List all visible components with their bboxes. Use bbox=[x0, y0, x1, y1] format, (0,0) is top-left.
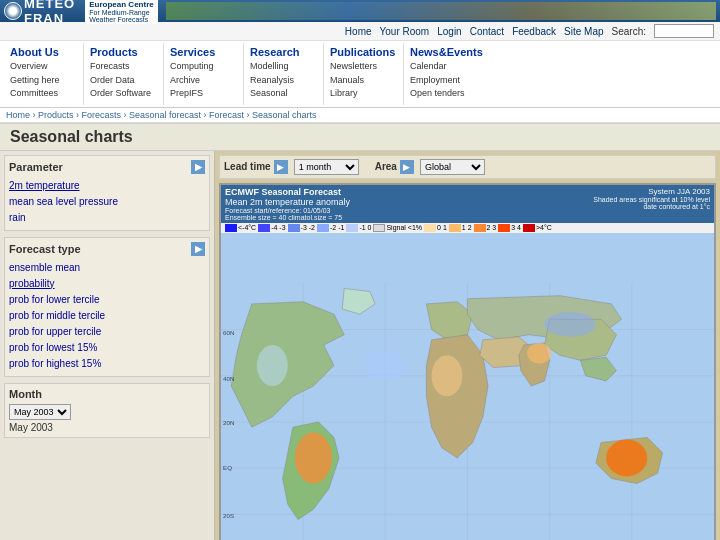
legend-color-3 bbox=[288, 224, 300, 232]
nav-committees[interactable]: Committees bbox=[10, 87, 77, 101]
nav-login[interactable]: Login bbox=[437, 26, 461, 37]
nav-news-events: News&Events Calendar Employment Open ten… bbox=[404, 43, 489, 105]
forecast-type-arrow-icon[interactable]: ▶ bbox=[191, 242, 205, 256]
nav-employment[interactable]: Employment bbox=[410, 74, 483, 88]
legend-label-4: -2 -1 bbox=[330, 224, 344, 231]
ecmwf-logo: European Centre For Medium-Range Weather… bbox=[85, 0, 157, 24]
sidebar: Parameter ▶ 2m temperature mean sea leve… bbox=[0, 151, 215, 541]
nav-feedback[interactable]: Feedback bbox=[512, 26, 556, 37]
legend-label-6: 0 1 bbox=[437, 224, 447, 231]
svg-text:40N: 40N bbox=[223, 374, 234, 381]
nav-home[interactable]: Home bbox=[345, 26, 372, 37]
parameter-arrow-icon[interactable]: ▶ bbox=[191, 160, 205, 174]
parameter-label: Parameter bbox=[9, 161, 63, 173]
world-map: 60N 40N 20N EQ 20S 120W 60W 0 60E 120E bbox=[221, 233, 714, 541]
legend-item-signal: Signal <1% bbox=[373, 224, 422, 232]
page-title-bar: Seasonal charts bbox=[0, 124, 720, 151]
nav-contact[interactable]: Contact bbox=[470, 26, 504, 37]
map-title: ECMWF Seasonal Forecast bbox=[225, 187, 350, 197]
nav-about-us-title[interactable]: About Us bbox=[10, 43, 77, 60]
area-select[interactable]: Global bbox=[420, 159, 485, 175]
nav-top: Home Your Room Login Contact Feedback Si… bbox=[0, 22, 720, 41]
fc-prob-lower-tercile[interactable]: prob for lower tercile bbox=[9, 292, 205, 308]
nav-products-title[interactable]: Products bbox=[90, 43, 157, 60]
nav-modelling[interactable]: Modelling bbox=[250, 60, 317, 74]
breadcrumb: Home › Products › Forecasts › Seasonal f… bbox=[0, 108, 720, 123]
nav-site-map[interactable]: Site Map bbox=[564, 26, 603, 37]
lead-time-group: Lead time ▶ bbox=[224, 160, 288, 174]
logo-bar: METEOFRAN European Centre For Medium-Ran… bbox=[0, 0, 720, 22]
legend-color-5 bbox=[346, 224, 358, 232]
controls-bar: Lead time ▶ 1 month Area ▶ Global bbox=[219, 155, 716, 179]
nav-overview[interactable]: Overview bbox=[10, 60, 77, 74]
nav-computing[interactable]: Computing bbox=[170, 60, 237, 74]
legend-label-7: 1 2 bbox=[462, 224, 472, 231]
area-arrow-icon[interactable]: ▶ bbox=[400, 160, 414, 174]
nav-publications-title[interactable]: Publications bbox=[330, 43, 397, 60]
legend-label-9: 3 4 bbox=[511, 224, 521, 231]
month-select[interactable]: May 2003 bbox=[9, 404, 71, 420]
nav-order-data[interactable]: Order Data bbox=[90, 74, 157, 88]
parameter-section-title: Parameter ▶ bbox=[9, 160, 205, 174]
svg-text:60N: 60N bbox=[223, 328, 234, 335]
fc-prob-highest-15[interactable]: prob for highest 15% bbox=[9, 356, 205, 372]
nav-services-title[interactable]: Services bbox=[170, 43, 237, 60]
nav-library[interactable]: Library bbox=[330, 87, 397, 101]
nav-getting-here[interactable]: Getting here bbox=[10, 74, 77, 88]
fc-prob-upper-tercile[interactable]: prob for upper tercile bbox=[9, 324, 205, 340]
map-title-left: ECMWF Seasonal Forecast Mean 2m temperat… bbox=[225, 187, 350, 221]
search-label: Search: bbox=[612, 26, 646, 37]
nav-archive[interactable]: Archive bbox=[170, 74, 237, 88]
param-rain[interactable]: rain bbox=[9, 210, 205, 226]
month-section: Month May 2003 May 2003 bbox=[4, 383, 210, 438]
nav-reanalysis[interactable]: Reanalysis bbox=[250, 74, 317, 88]
breadcrumb-text: Home › Products › Forecasts › Seasonal f… bbox=[6, 110, 317, 120]
nav-manuals[interactable]: Manuals bbox=[330, 74, 397, 88]
svg-point-14 bbox=[432, 355, 463, 396]
param-2m-temp[interactable]: 2m temperature bbox=[9, 178, 205, 194]
month-label: Month bbox=[9, 388, 42, 400]
legend-bar: <-4°C -4 -3 -3 -2 -2 -1 -1 0 bbox=[221, 223, 714, 233]
nav-your-room[interactable]: Your Room bbox=[380, 26, 430, 37]
fc-prob-middle-tercile[interactable]: prob for middle tercile bbox=[9, 308, 205, 324]
lead-time-label: Lead time bbox=[224, 161, 271, 172]
main-nav: About Us Overview Getting here Committee… bbox=[0, 41, 720, 108]
search-input[interactable] bbox=[654, 24, 714, 38]
nav-open-tenders[interactable]: Open tenders bbox=[410, 87, 483, 101]
nav-order-software[interactable]: Order Software bbox=[90, 87, 157, 101]
svg-text:EQ: EQ bbox=[223, 464, 232, 471]
legend-color-10 bbox=[523, 224, 535, 232]
nav-seasonal[interactable]: Seasonal bbox=[250, 87, 317, 101]
nav-products: Products Forecasts Order Data Order Soft… bbox=[84, 43, 164, 105]
nav-news-events-title[interactable]: News&Events bbox=[410, 43, 483, 60]
nav-calendar[interactable]: Calendar bbox=[410, 60, 483, 74]
nav-forecasts[interactable]: Forecasts bbox=[90, 60, 157, 74]
month-section-title: Month bbox=[9, 388, 205, 400]
param-mslp[interactable]: mean sea level pressure bbox=[9, 194, 205, 210]
nav-prepifs[interactable]: PrepIFS bbox=[170, 87, 237, 101]
svg-point-13 bbox=[606, 439, 647, 476]
forecast-type-title: Forecast type ▶ bbox=[9, 242, 205, 256]
month-display: May 2003 bbox=[9, 422, 205, 433]
legend-label-10: >4°C bbox=[536, 224, 552, 231]
nav-newsletters[interactable]: Newsletters bbox=[330, 60, 397, 74]
lead-time-select[interactable]: 1 month bbox=[294, 159, 359, 175]
legend-item-8: 2 3 bbox=[474, 224, 497, 232]
svg-point-12 bbox=[527, 342, 552, 363]
page-title: Seasonal charts bbox=[10, 128, 133, 145]
fc-probability[interactable]: probability bbox=[9, 276, 205, 292]
map-detail1: Forecast start/reference: 01/05/03 bbox=[225, 207, 350, 214]
fc-ensemble-mean[interactable]: ensemble mean bbox=[9, 260, 205, 276]
nav-research-title[interactable]: Research bbox=[250, 43, 317, 60]
legend-color-6 bbox=[424, 224, 436, 232]
svg-text:20S: 20S bbox=[223, 511, 234, 518]
legend-item-1: <-4°C bbox=[225, 224, 256, 232]
forecast-type-label: Forecast type bbox=[9, 243, 81, 255]
fc-prob-lowest-15[interactable]: prob for lowest 15% bbox=[9, 340, 205, 356]
map-container: ECMWF Seasonal Forecast Mean 2m temperat… bbox=[219, 183, 716, 541]
legend-item-7: 1 2 bbox=[449, 224, 472, 232]
main-content: Lead time ▶ 1 month Area ▶ Global ECMWF … bbox=[215, 151, 720, 541]
month-select-row: May 2003 bbox=[9, 404, 205, 420]
legend-item-6: 0 1 bbox=[424, 224, 447, 232]
lead-time-arrow-icon[interactable]: ▶ bbox=[274, 160, 288, 174]
